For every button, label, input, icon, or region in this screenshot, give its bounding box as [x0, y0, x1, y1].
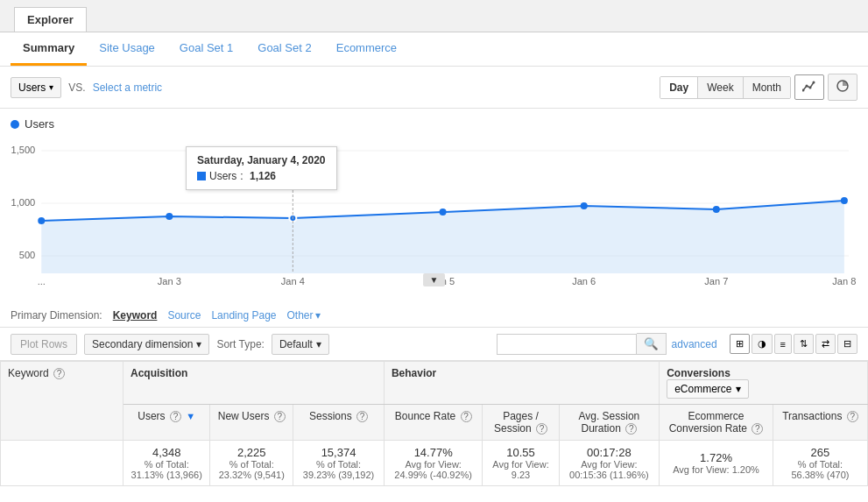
- select-metric-link[interactable]: Select a metric: [93, 81, 162, 94]
- top-nav: Summary Site Usage Goal Set 1 Goal Set 2…: [0, 32, 868, 67]
- tab-ecommerce[interactable]: Ecommerce: [324, 32, 409, 66]
- pages-session-col-header: Pages / Session ?: [483, 405, 559, 441]
- tab-summary[interactable]: Summary: [11, 32, 87, 66]
- new-users-sub: % of Total: 23.32% (9,541): [217, 459, 286, 480]
- grid-view-icon[interactable]: ⊞: [730, 334, 750, 354]
- summary-row: 4,348 % of Total: 31.13% (13,966) 2,225 …: [1, 441, 868, 486]
- metric-dropdown[interactable]: Users ▾: [11, 77, 61, 98]
- keyword-help-icon[interactable]: ?: [53, 368, 65, 379]
- legend-label: Users: [25, 117, 54, 131]
- tab-goal-set-1[interactable]: Goal Set 1: [167, 32, 245, 66]
- dimension-label: Primary Dimension:: [11, 309, 102, 322]
- new-users-value: 2,225: [237, 446, 266, 459]
- svg-point-11: [38, 217, 45, 224]
- week-button[interactable]: Week: [698, 77, 743, 98]
- svg-text:Jan 6: Jan 6: [572, 276, 596, 286]
- svg-point-16: [713, 206, 720, 213]
- line-chart-icon[interactable]: [794, 74, 824, 100]
- tab-goal-set-2[interactable]: Goal Set 2: [245, 32, 323, 66]
- svg-point-2: [809, 87, 812, 89]
- table-view-icons: ⊞ ◑ ≡ ⇅ ⇄ ⊟: [730, 334, 857, 354]
- search-box: 🔍 advanced: [497, 333, 717, 355]
- users-col-header: Users ? ▼: [123, 405, 210, 441]
- advanced-link[interactable]: advanced: [672, 338, 717, 350]
- data-table-container: Keyword ? Acquisition Behavior Conversio…: [0, 361, 868, 486]
- avg-session-value: 00:17:28: [587, 446, 632, 459]
- sort-desc-icon: ▼: [186, 411, 195, 421]
- time-range-group: Day Week Month: [660, 76, 791, 99]
- svg-text:1,000: 1,000: [11, 197, 35, 208]
- svg-point-15: [581, 202, 588, 209]
- transactions-col-header: Transactions ?: [773, 405, 867, 441]
- sec-dim-label: Secondary dimension: [92, 338, 193, 350]
- explorer-tab[interactable]: Explorer: [14, 7, 87, 32]
- search-button[interactable]: 🔍: [637, 333, 667, 355]
- tab-site-usage[interactable]: Site Usage: [87, 32, 167, 66]
- bounce-rate-sub: Avg for View: 24.99% (-40.92%): [392, 459, 476, 480]
- chart-expand-icon[interactable]: ▼: [423, 273, 446, 286]
- legend-dot: [11, 120, 19, 129]
- avg-session-help-icon[interactable]: ?: [625, 423, 637, 435]
- dimension-row: Primary Dimension: Keyword Source Landin…: [0, 304, 868, 328]
- bar-view-icon[interactable]: ≡: [774, 334, 792, 354]
- comparison-view-icon[interactable]: ⇅: [794, 334, 814, 354]
- sort-default-dropdown[interactable]: Default ▾: [272, 334, 329, 355]
- secondary-dimension-dropdown[interactable]: Secondary dimension ▾: [84, 334, 209, 355]
- table-controls: Plot Rows Secondary dimension ▾ Sort Typ…: [0, 328, 868, 361]
- summary-avg-session-cell: 00:17:28 Avg for View: 00:15:36 (11.96%): [559, 441, 660, 486]
- transactions-help-icon[interactable]: ?: [847, 411, 858, 422]
- bounce-rate-help-icon[interactable]: ?: [461, 411, 472, 422]
- data-table: Keyword ? Acquisition Behavior Conversio…: [0, 361, 868, 486]
- new-users-help-icon[interactable]: ?: [274, 411, 286, 422]
- month-button[interactable]: Month: [744, 77, 790, 98]
- dim-other-dropdown[interactable]: Other ▾: [287, 309, 321, 322]
- pages-session-sub: Avg for View: 9.23: [490, 459, 551, 480]
- svg-point-14: [440, 209, 447, 216]
- users-help-icon[interactable]: ?: [170, 411, 181, 422]
- bounce-rate-value: 14.77%: [414, 446, 453, 459]
- chevron-down-icon: ▾: [736, 383, 741, 395]
- summary-new-users-cell: 2,225 % of Total: 23.32% (9,541): [210, 441, 293, 486]
- day-button[interactable]: Day: [660, 77, 698, 98]
- ecommerce-label: eCommerce: [674, 383, 731, 395]
- lifetime-view-icon[interactable]: ⊟: [837, 334, 857, 354]
- bounce-rate-col-header: Bounce Rate ?: [384, 405, 483, 441]
- tooltip-value: Users: 1,126: [197, 170, 326, 182]
- sessions-help-icon[interactable]: ?: [356, 411, 368, 422]
- svg-text:...: ...: [38, 276, 46, 286]
- pie-view-icon[interactable]: ◑: [752, 334, 773, 354]
- dim-source[interactable]: Source: [167, 309, 201, 322]
- chart-legend: Users: [11, 117, 857, 131]
- svg-point-3: [813, 81, 815, 84]
- svg-point-1: [806, 85, 808, 88]
- acquisition-header: Acquisition: [123, 362, 385, 405]
- summary-bounce-rate-cell: 14.77% Avg for View: 24.99% (-40.92%): [384, 441, 483, 486]
- avg-session-col-header: Avg. Session Duration ?: [559, 405, 660, 441]
- chevron-down-icon: ▾: [316, 338, 321, 350]
- behavior-header: Behavior: [384, 362, 659, 405]
- sessions-col-header: Sessions ?: [293, 405, 385, 441]
- summary-conversion-rate-cell: 1.72% Avg for View: 1.20%: [660, 441, 773, 486]
- summary-keyword-cell: [1, 441, 123, 486]
- sessions-sub: % of Total: 39.23% (39,192): [300, 459, 377, 480]
- search-input[interactable]: [497, 334, 637, 355]
- conversions-header: Conversions eCommerce ▾: [660, 362, 868, 405]
- plot-rows-button[interactable]: Plot Rows: [11, 334, 77, 355]
- metric-dropdown-label: Users: [18, 81, 46, 94]
- ecommerce-rate-help-icon[interactable]: ?: [752, 423, 763, 435]
- chevron-down-icon: ▾: [196, 338, 201, 350]
- pages-session-help-icon[interactable]: ?: [536, 423, 547, 435]
- ecommerce-rate-col-header: Ecommerce Conversion Rate ?: [660, 405, 773, 441]
- keyword-header: Keyword ?: [1, 362, 123, 441]
- dim-keyword[interactable]: Keyword: [113, 309, 158, 322]
- ecommerce-dropdown[interactable]: eCommerce ▾: [667, 379, 748, 399]
- pivot-view-icon[interactable]: ⇄: [815, 334, 836, 354]
- transactions-sub: % of Total: 56.38% (470): [780, 459, 860, 480]
- pie-chart-icon[interactable]: [828, 74, 857, 101]
- dim-other-label: Other: [287, 309, 314, 322]
- svg-text:Jan 8: Jan 8: [832, 276, 856, 286]
- svg-text:500: 500: [19, 250, 35, 260]
- summary-pages-session-cell: 10.55 Avg for View: 9.23: [483, 441, 559, 486]
- dim-landing-page[interactable]: Landing Page: [211, 309, 276, 322]
- users-sub: % of Total: 31.13% (13,966): [131, 459, 202, 480]
